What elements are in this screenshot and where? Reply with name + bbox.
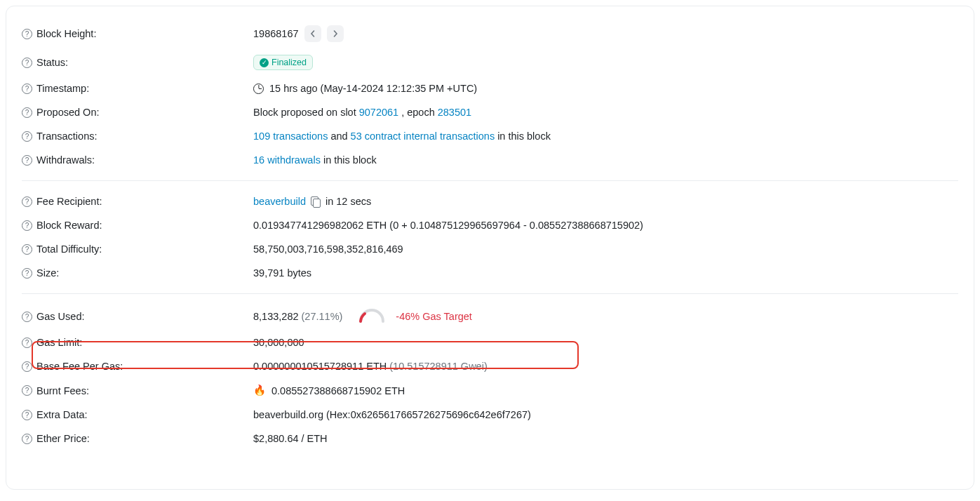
row-withdrawals: ? Withdrawals: 16 withdrawals in this bl… [22,148,958,172]
withdrawals-link[interactable]: 16 withdrawals [253,154,321,166]
row-transactions: ? Transactions: 109 transactions and 53 … [22,124,958,148]
help-icon[interactable]: ? [22,434,32,444]
value-total-difficulty: 58,750,003,716,598,352,816,469 [253,243,403,255]
proposed-mid: , epoch [401,107,435,118]
label-total-difficulty: Total Difficulty: [36,243,102,255]
value-gas-limit: 30,000,000 [253,337,304,348]
gas-used-pct: (27.11%) [302,311,343,322]
transactions-link[interactable]: 109 transactions [253,131,328,142]
help-icon[interactable]: ? [22,268,32,279]
block-details-card: ? Block Height: 19868167 ? Status: ✓ Fin… [6,6,974,490]
value-base-fee-gwei: (10.515728911 Gwei) [389,361,487,372]
row-size: ? Size: 39,791 bytes [22,261,958,285]
row-timestamp: ? Timestamp: 15 hrs ago (May-14-2024 12:… [22,76,958,100]
value-gas-used: 8,133,282 [253,311,299,322]
label-extra-data: Extra Data: [36,409,88,420]
divider [22,180,958,181]
fee-recipient-link[interactable]: beaverbuild [253,196,306,207]
tx-mid: and [330,131,347,142]
fire-icon: 🔥 [253,385,266,396]
value-base-fee-eth: 0.000000010515728911 ETH [253,361,387,372]
row-ether-price: ? Ether Price: $2,880.64 / ETH [22,427,958,450]
fee-recipient-suffix: in 12 secs [325,196,371,207]
prev-block-button[interactable] [304,25,321,42]
label-ether-price: Ether Price: [36,433,90,444]
help-icon[interactable]: ? [22,131,32,142]
status-text: Finalized [271,58,307,67]
help-icon[interactable]: ? [22,361,32,372]
help-icon[interactable]: ? [22,155,32,166]
value-block-reward: 0.019347741296982062 ETH (0 + 0.10487512… [253,220,643,231]
value-size: 39,791 bytes [253,267,311,279]
label-block-height: Block Height: [36,28,96,39]
row-gas-used: ? Gas Used: 8,133,282(27.11%) -46% Gas T… [22,302,958,330]
help-icon[interactable]: ? [22,220,32,231]
label-burnt-fees: Burnt Fees: [36,385,89,396]
row-proposed-on: ? Proposed On: Block proposed on slot 90… [22,100,958,124]
row-base-fee: ? Base Fee Per Gas: 0.000000010515728911… [22,354,958,378]
row-total-difficulty: ? Total Difficulty: 58,750,003,716,598,3… [22,237,958,261]
divider [22,293,958,294]
chevron-left-icon [309,30,316,37]
help-icon[interactable]: ? [22,338,32,348]
help-icon[interactable]: ? [22,29,32,39]
row-gas-limit: ? Gas Limit: 30,000,000 [22,330,958,354]
row-burnt-fees: ? Burnt Fees: 🔥 0.085527388668715902 ETH [22,378,958,403]
label-proposed-on: Proposed On: [36,107,99,118]
row-fee-recipient: ? Fee Recipient: beaverbuild in 12 secs [22,189,958,213]
internal-tx-link[interactable]: 53 contract internal transactions [351,131,495,142]
check-icon: ✓ [260,58,269,67]
label-base-fee: Base Fee Per Gas: [36,361,123,372]
withdrawals-suffix: in this block [323,154,377,166]
label-withdrawals: Withdrawals: [36,154,95,166]
status-badge: ✓ Finalized [253,55,313,70]
epoch-link[interactable]: 283501 [438,107,471,118]
label-block-reward: Block Reward: [36,220,102,231]
slot-link[interactable]: 9072061 [359,107,398,118]
value-timestamp: 15 hrs ago (May-14-2024 12:12:35 PM +UTC… [269,83,477,94]
row-block-height: ? Block Height: 19868167 [22,19,958,48]
help-icon[interactable]: ? [22,84,32,94]
row-status: ? Status: ✓ Finalized [22,48,958,76]
label-gas-used: Gas Used: [36,311,85,322]
label-gas-limit: Gas Limit: [36,337,82,348]
value-ether-price: $2,880.64 / ETH [253,433,328,444]
value-extra-data: beaverbuild.org (Hex:0x62656176657262756… [253,409,531,420]
label-timestamp: Timestamp: [36,83,89,94]
label-size: Size: [36,267,59,279]
copy-icon[interactable] [311,196,321,206]
chevron-right-icon [332,30,339,37]
gas-gauge-icon [358,309,386,324]
row-extra-data: ? Extra Data: beaverbuild.org (Hex:0x626… [22,403,958,427]
label-fee-recipient: Fee Recipient: [36,196,102,207]
tx-suffix: in this block [497,131,551,142]
value-burnt-fees: 0.085527388668715902 ETH [271,385,405,396]
help-icon[interactable]: ? [22,385,32,396]
clock-icon [253,84,264,94]
label-status: Status: [36,57,68,68]
gas-target: -46% Gas Target [396,311,472,322]
row-block-reward: ? Block Reward: 0.019347741296982062 ETH… [22,213,958,237]
help-icon[interactable]: ? [22,196,32,207]
next-block-button[interactable] [327,25,344,42]
help-icon[interactable]: ? [22,58,32,68]
value-block-height: 19868167 [253,28,299,39]
label-transactions: Transactions: [36,131,98,142]
help-icon[interactable]: ? [22,410,32,420]
help-icon[interactable]: ? [22,312,32,322]
help-icon[interactable]: ? [22,107,32,118]
proposed-prefix: Block proposed on slot [253,107,356,118]
help-icon[interactable]: ? [22,244,32,255]
